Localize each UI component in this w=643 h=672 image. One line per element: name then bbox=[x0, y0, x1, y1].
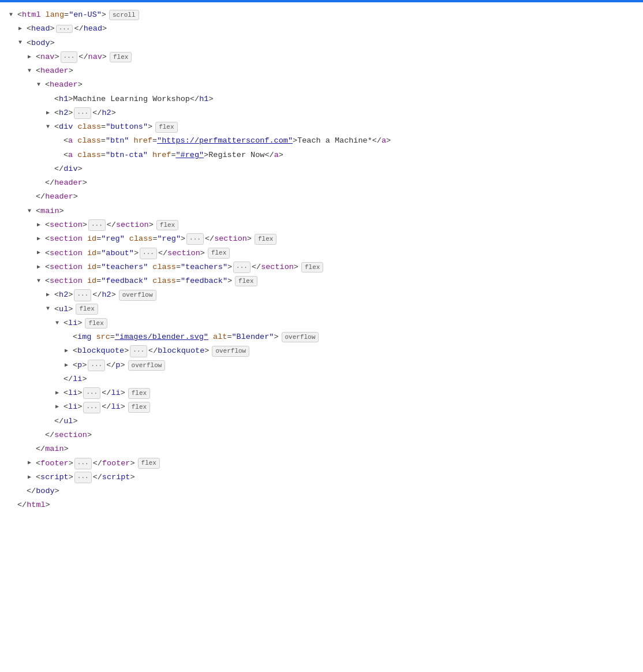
badge-scroll: scroll bbox=[109, 10, 139, 21]
line-h2-feedback: <h2>···</h2> overflow bbox=[9, 288, 634, 302]
triangle-section-feedback[interactable] bbox=[37, 277, 45, 286]
badge-ul-flex: flex bbox=[76, 304, 98, 315]
badge-section-about-flex: flex bbox=[208, 248, 230, 259]
triangle-section-about[interactable] bbox=[37, 248, 45, 258]
triangle-blockquote[interactable] bbox=[65, 346, 73, 356]
triangle-ul[interactable] bbox=[46, 304, 54, 314]
line-section-feedback-close: ▶ </section> bbox=[9, 428, 634, 442]
line-h2: <h2>···</h2> bbox=[9, 106, 634, 120]
badge-li-flex: flex bbox=[85, 318, 107, 329]
triangle-header2[interactable] bbox=[37, 80, 45, 90]
triangle-section-reg[interactable] bbox=[37, 234, 45, 244]
line-html-close: ▶ </html> bbox=[9, 498, 634, 512]
triangle-html[interactable] bbox=[9, 10, 17, 20]
line-head: <head>···</head> bbox=[9, 22, 634, 36]
line-script: <script>···</script> bbox=[9, 471, 634, 484]
badge-nav-flex: flex bbox=[110, 52, 132, 63]
line-header2-close: ▶ </header> bbox=[9, 176, 634, 190]
badge-section-reg-flex: flex bbox=[255, 234, 276, 245]
triangle-li2[interactable] bbox=[55, 389, 63, 398]
triangle-h2[interactable] bbox=[46, 109, 54, 118]
line-a-btn: ▶ <a class="btn" href="https://perfmatte… bbox=[9, 134, 634, 148]
triangle-section1[interactable] bbox=[37, 221, 45, 230]
badge-img-overflow: overflow bbox=[282, 332, 319, 343]
line-header1-close: ▶ </header> bbox=[9, 190, 634, 204]
badge-li2-flex: flex bbox=[128, 388, 150, 399]
line-div-close: ▶ </div> bbox=[9, 162, 634, 176]
line-section-reg: <section id="reg" class="reg">···</secti… bbox=[9, 232, 634, 246]
line-ul-open: <ul> flex bbox=[9, 303, 634, 316]
badge-blockquote-overflow: overflow bbox=[212, 346, 249, 357]
triangle-body[interactable] bbox=[18, 38, 27, 48]
triangle-div-buttons[interactable] bbox=[46, 122, 54, 132]
triangle-p[interactable] bbox=[65, 361, 73, 371]
line-html: <html lang="en-US"> scroll bbox=[9, 8, 634, 22]
line-p: <p>···</p> overflow bbox=[9, 359, 634, 372]
badge-p-overflow: overflow bbox=[128, 360, 166, 371]
badge-h2-overflow: overflow bbox=[119, 290, 156, 301]
triangle-footer[interactable] bbox=[28, 458, 36, 468]
badge-div-buttons-flex: flex bbox=[155, 122, 177, 133]
line-h1: ▶ <h1>Machine Learning Workshop</h1> bbox=[9, 92, 634, 106]
triangle-script[interactable] bbox=[28, 473, 36, 483]
line-header2-open: <header> bbox=[9, 78, 634, 92]
line-section-feedback-open: <section id="feedback" class="feedback">… bbox=[9, 274, 634, 288]
line-div-buttons: <div class="buttons"> flex bbox=[9, 120, 634, 134]
badge-footer-flex: flex bbox=[138, 458, 160, 469]
triangle-header1[interactable] bbox=[28, 66, 36, 76]
line-li-open: <li> flex bbox=[9, 316, 634, 330]
line-li2: <li>···</li> flex bbox=[9, 386, 634, 400]
triangle-nav[interactable] bbox=[28, 53, 36, 62]
line-main-open: <main> bbox=[9, 204, 634, 218]
triangle-section-teachers[interactable] bbox=[37, 263, 45, 272]
triangle-main[interactable] bbox=[28, 207, 36, 216]
triangle-li[interactable] bbox=[55, 319, 63, 328]
triangle-h2-feedback[interactable] bbox=[46, 290, 54, 300]
line-li-close: ▶ </li> bbox=[9, 372, 634, 386]
line-blockquote: <blockquote>···</blockquote> overflow bbox=[9, 344, 634, 358]
triangle-head[interactable] bbox=[18, 24, 27, 34]
badge-section-feedback-flex: flex bbox=[235, 276, 257, 287]
line-body-open: <body> bbox=[9, 36, 634, 50]
badge-section-teachers-flex: flex bbox=[301, 262, 323, 273]
badge-li3-flex: flex bbox=[128, 402, 150, 413]
line-footer: <footer>···</footer> flex bbox=[9, 457, 634, 471]
badge-section1-flex: flex bbox=[156, 220, 178, 231]
line-section-about: <section id="about">···</section> flex bbox=[9, 247, 634, 260]
dom-tree: <html lang="en-US"> scroll <head>···</he… bbox=[0, 2, 643, 672]
line-nav: <nav>···</nav> flex bbox=[9, 50, 634, 64]
line-main-close: ▶ </main> bbox=[9, 442, 634, 456]
line-ul-close: ▶ </ul> bbox=[9, 415, 634, 428]
line-section-teachers: <section id="teachers" class="teachers">… bbox=[9, 260, 634, 274]
line-body-close: ▶ </body> bbox=[9, 484, 634, 498]
line-img: ▶ <img src="images/blender.svg" alt="Ble… bbox=[9, 330, 634, 344]
line-header1-open: <header> bbox=[9, 64, 634, 78]
triangle-li3[interactable] bbox=[55, 402, 63, 412]
line-section1: <section>···</section> flex bbox=[9, 218, 634, 232]
line-li3: <li>···</li> flex bbox=[9, 400, 634, 414]
line-a-btn-cta: ▶ <a class="btn-cta" href="#reg">Registe… bbox=[9, 148, 634, 162]
